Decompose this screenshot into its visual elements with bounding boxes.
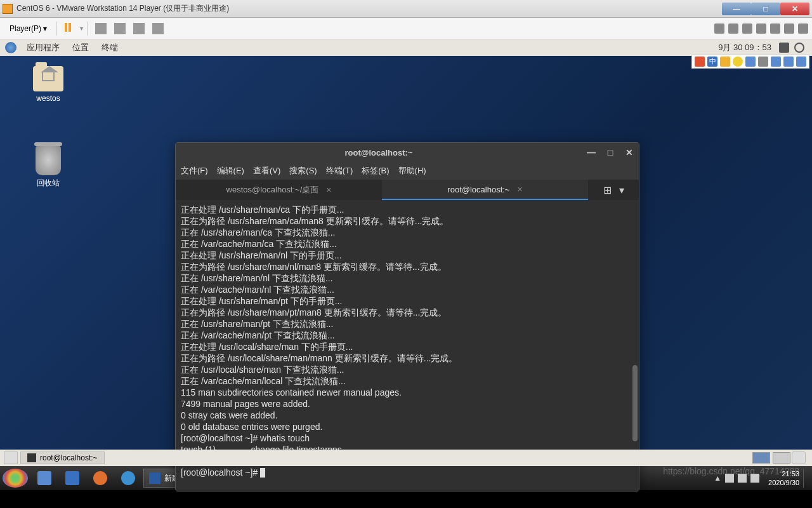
ime-skin-icon[interactable] (783, 57, 794, 67)
maximize-button[interactable]: □ (751, 3, 780, 15)
terminal-line: 0 stray cats were added. (181, 410, 634, 421)
pinned-app[interactable] (59, 469, 86, 488)
terminal-minimize-button[interactable]: — (582, 147, 601, 157)
ime-user-icon[interactable] (771, 57, 781, 67)
trash-icon (36, 145, 61, 175)
gnome-menu-icon[interactable] (5, 42, 16, 53)
new-tab-icon[interactable]: ⊞ (603, 184, 612, 196)
start-button[interactable] (3, 469, 28, 488)
tab-menu-icon[interactable]: ▾ (619, 184, 624, 196)
pause-icon[interactable] (65, 23, 76, 34)
terminal-line: 正在为路径 /usr/share/man/pt/man8 更新索引缓存。请等待.… (181, 307, 634, 318)
device-icon[interactable] (784, 23, 794, 34)
terminal-line: 正在为路径 /usr/share/man/ca/man8 更新索引缓存。请等待.… (181, 215, 634, 227)
terminal-body[interactable]: 正在处理 /usr/share/man/ca 下的手册页...正在为路径 /us… (176, 200, 639, 491)
window-title: CentOS 6 - VMware Workstation 14 Player … (16, 3, 229, 14)
menu-tabs[interactable]: 标签(B) (362, 165, 389, 177)
menu-terminal[interactable]: 终端(T) (326, 165, 353, 177)
terminal-line: 正在 /var/cache/man/local 下查找流浪猫... (181, 375, 634, 387)
show-desktop-button[interactable] (4, 451, 18, 464)
desktop-icon-westos[interactable]: westos (23, 66, 74, 103)
terminal-line: 正在为路径 /usr/local/share/man/mann 更新索引缓存。请… (181, 352, 634, 364)
show-desktop-button[interactable] (803, 469, 809, 488)
ime-punct-icon[interactable] (720, 57, 730, 67)
device-icon[interactable] (728, 23, 738, 34)
gnome-topbar: 应用程序 位置 终端 9月 30 09：53 (0, 39, 812, 56)
terminal-line: 正在 /usr/share/man/ca 下查找流浪猫... (181, 227, 634, 238)
device-icon[interactable] (756, 23, 766, 34)
menu-search[interactable]: 搜索(S) (289, 165, 317, 177)
fullscreen-icon[interactable] (133, 23, 145, 34)
terminal-line: 正在 /var/cache/man/ca 下查找流浪猫... (181, 238, 634, 250)
terminal-line: [root@localhost ~]# (181, 467, 634, 478)
task-label: root@localhost:~ (40, 453, 98, 462)
device-icon[interactable] (714, 23, 724, 34)
desktop-icon-trash[interactable]: 回收站 (23, 145, 74, 189)
ime-toolbar[interactable]: 中 (691, 55, 809, 69)
pinned-explorer[interactable] (31, 469, 58, 488)
player-menu[interactable]: Player(P) ▾ (4, 22, 53, 35)
vmware-icon (3, 4, 13, 14)
menu-view[interactable]: 查看(V) (253, 165, 280, 177)
pinned-ie[interactable] (115, 469, 141, 488)
device-icons (714, 23, 808, 34)
menu-file[interactable]: 文件(F) (181, 165, 208, 177)
terminal-icon (27, 453, 36, 462)
clock[interactable]: 9月 30 09：53 (718, 42, 771, 53)
terminal-line: 正在 /var/cache/man/nl 下查找流浪猫... (181, 284, 634, 295)
terminal-maximize-button[interactable]: □ (601, 147, 620, 157)
send-ctrl-alt-del-icon[interactable] (95, 23, 107, 34)
terminal-window[interactable]: root@localhost:~ — □ ✕ 文件(F) 编辑(E) 查看(V)… (175, 142, 639, 491)
vm-viewport[interactable]: 应用程序 位置 终端 9月 30 09：53 westos 回收站 root@l… (0, 39, 812, 466)
ime-lang-icon[interactable]: 中 (707, 57, 717, 67)
terminal-close-button[interactable]: ✕ (620, 147, 639, 157)
ime-mic-icon[interactable] (745, 57, 756, 67)
vmware-toolbar: Player(P) ▾ ▾ (0, 18, 812, 39)
terminal-line: 正在处理 /usr/local/share/man 下的手册页... (181, 341, 634, 352)
terminal-line: 正在处理 /usr/share/man/pt 下的手册页... (181, 295, 634, 307)
terminal-tab-controls: ⊞ ▾ (588, 180, 639, 200)
terminal-tabs: westos@localhost:~/桌面 × root@localhost:~… (176, 180, 639, 200)
terminal-line: 正在 /var/cache/man/pt 下查找流浪猫... (181, 330, 634, 341)
close-button[interactable]: ✕ (780, 3, 809, 15)
snapshot-icon[interactable] (114, 23, 126, 34)
terminal-menubar: 文件(F) 编辑(E) 查看(V) 搜索(S) 终端(T) 标签(B) 帮助(H… (176, 162, 639, 180)
terminal-titlebar[interactable]: root@localhost:~ — □ ✕ (176, 143, 639, 162)
word-icon (149, 472, 160, 484)
tab-close-icon[interactable]: × (517, 184, 522, 194)
power-icon[interactable] (794, 43, 804, 53)
taskbar-item[interactable]: root@localhost:~ (20, 451, 105, 464)
terminal-tab[interactable]: westos@localhost:~/桌面 × (176, 180, 382, 200)
terminal-line: 115 man subdirectories contained newer m… (181, 387, 634, 398)
minimize-button[interactable]: — (722, 3, 751, 15)
folder-icon (33, 66, 63, 91)
tab-close-icon[interactable]: × (326, 185, 331, 195)
unity-icon[interactable] (152, 23, 164, 34)
applications-menu[interactable]: 应用程序 (27, 42, 60, 53)
desktop[interactable]: westos 回收站 root@localhost:~ — □ ✕ 文件(F) … (0, 56, 812, 450)
workspace-1[interactable] (752, 452, 770, 464)
terminal-tab-active[interactable]: root@localhost:~ × (382, 180, 588, 200)
device-icon[interactable] (770, 23, 780, 34)
scrollbar[interactable] (632, 365, 638, 441)
ime-keyboard-icon[interactable] (758, 57, 768, 67)
watermark: https://blog.csdn.net/qq_47714288 (663, 466, 799, 476)
workspace-2[interactable] (773, 452, 790, 464)
windows-titlebar: CentOS 6 - VMware Workstation 14 Player … (0, 0, 812, 18)
places-menu[interactable]: 位置 (72, 42, 89, 53)
device-icon[interactable] (798, 23, 808, 34)
terminal-menu[interactable]: 终端 (102, 42, 118, 53)
icon-label: westos (23, 94, 74, 103)
pinned-firefox[interactable] (87, 469, 114, 488)
trash-applet-icon[interactable] (792, 451, 806, 464)
device-icon[interactable] (742, 23, 752, 34)
menu-edit[interactable]: 编辑(E) (217, 165, 244, 177)
ime-settings-icon[interactable] (796, 57, 806, 67)
terminal-line: 正在 /usr/share/man/pt 下查找流浪猫... (181, 318, 634, 330)
ime-icon[interactable] (695, 57, 705, 67)
terminal-line: 正在为路径 /usr/share/man/nl/man8 更新索引缓存。请等待.… (181, 261, 634, 272)
tab-label: root@localhost:~ (447, 185, 509, 194)
volume-icon[interactable] (779, 43, 789, 53)
ime-emoji-icon[interactable] (733, 57, 743, 67)
menu-help[interactable]: 帮助(H) (398, 165, 426, 177)
